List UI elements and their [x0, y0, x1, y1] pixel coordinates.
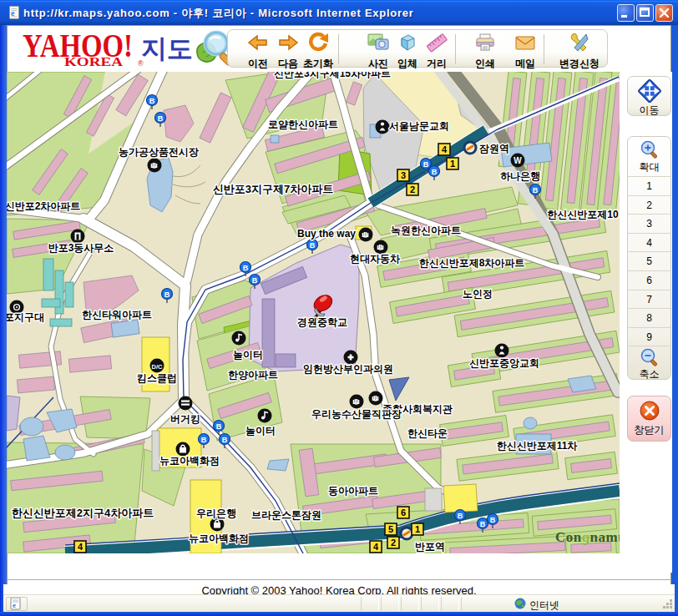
svg-text:현대자동차: 현대자동차: [350, 253, 401, 265]
svg-text:한신신반포제8차아파트: 한신신반포제8차아파트: [419, 257, 525, 269]
svg-text:W: W: [514, 156, 522, 165]
svg-text:Buy the way: Buy the way: [297, 228, 356, 240]
svg-text:브라운스톤잠원: 브라운스톤잠원: [251, 509, 321, 521]
svg-text:잠원역: 잠원역: [479, 143, 509, 154]
svg-text:4: 4: [373, 542, 379, 552]
svg-text:임헌방산부인과의원: 임헌방산부인과의원: [303, 363, 393, 375]
svg-text:2: 2: [391, 538, 396, 548]
svg-text:뉴코아백화점: 뉴코아백화점: [159, 455, 220, 467]
svg-text:지도: 지도: [141, 34, 193, 63]
svg-text:서울남문교회: 서울남문교회: [389, 120, 449, 132]
svg-text:녹원한신아파트: 녹원한신아파트: [391, 225, 461, 236]
svg-text:포지구대: 포지구대: [7, 311, 44, 323]
svg-text:신반포3지구제15차아파트: 신반포3지구제15차아파트: [274, 72, 391, 79]
svg-text:우리농수산물직판장: 우리농수산물직판장: [311, 408, 402, 420]
svg-text:킴스클럽: 킴스클럽: [137, 372, 177, 384]
svg-text:4: 4: [442, 144, 448, 154]
svg-text:하나은행: 하나은행: [500, 170, 540, 182]
svg-text:놀이터: 놀이터: [233, 349, 263, 361]
svg-text:1: 1: [450, 159, 455, 169]
svg-text:2: 2: [410, 184, 415, 194]
svg-text:동아아파트: 동아아파트: [328, 485, 378, 497]
svg-text:신반포2차아파트: 신반포2차아파트: [7, 200, 80, 212]
svg-text:반포3동사무소: 반포3동사무소: [48, 242, 114, 254]
svg-text:반포역: 반포역: [415, 541, 445, 553]
svg-text:노인정: 노인정: [463, 288, 493, 300]
svg-text:KOREA: KOREA: [64, 55, 123, 68]
svg-text:6: 6: [401, 507, 406, 518]
svg-text:신반포3지구제7차아파트: 신반포3지구제7차아파트: [213, 183, 333, 195]
svg-text:Conɡnamul: Conɡnamul: [555, 529, 620, 545]
svg-text:우리은행: 우리은행: [196, 507, 236, 519]
svg-text:한신신반포제11차: 한신신반포제11차: [497, 440, 579, 452]
svg-text:5: 5: [388, 524, 393, 534]
svg-text:한양아파트: 한양아파트: [228, 369, 278, 381]
svg-text:D/C: D/C: [152, 363, 164, 371]
svg-text:3: 3: [401, 170, 406, 180]
svg-text:한신타워아파트: 한신타워아파트: [82, 309, 152, 321]
svg-text:1: 1: [415, 524, 420, 534]
svg-text:4: 4: [78, 542, 83, 552]
svg-text:뉴코아백화점: 뉴코아백화점: [189, 533, 249, 544]
svg-text:한신신반포제10: 한신신반포제10: [547, 209, 619, 220]
svg-text:한신타운: 한신타운: [407, 427, 448, 439]
svg-text:e: e: [11, 8, 15, 18]
svg-text:한신신반포제2지구4차아파트: 한신신반포제2지구4차아파트: [12, 507, 154, 519]
svg-text:신반포중앙교회: 신반포중앙교회: [469, 357, 539, 369]
svg-text:농가공상품전시장: 농가공상품전시장: [119, 146, 199, 158]
svg-text:버거킹: 버거킹: [170, 413, 200, 425]
svg-text:놀이터: 놀이터: [245, 425, 276, 437]
svg-text:e: e: [13, 601, 16, 609]
svg-text:경원중학교: 경원중학교: [297, 316, 347, 328]
svg-text:로얄한신아파트: 로얄한신아파트: [268, 119, 338, 130]
